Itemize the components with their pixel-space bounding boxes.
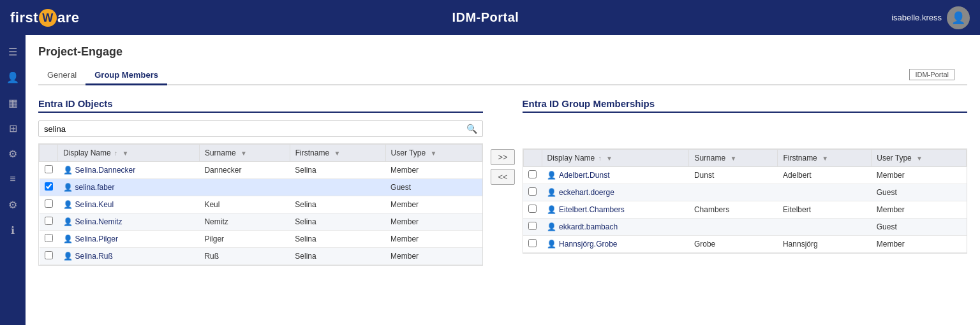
transfer-backward-button[interactable]: << bbox=[491, 169, 514, 185]
row-check-3[interactable] bbox=[45, 217, 53, 225]
user-person-icon-r: 👤 bbox=[547, 240, 556, 249]
panels-container: Entra ID Objects 🔍 Display Name ↑ ▼ Surn… bbox=[38, 98, 967, 266]
sidebar-grid-icon[interactable]: ▦ bbox=[1, 91, 24, 114]
right-row-check-1[interactable] bbox=[528, 187, 537, 196]
right-col-surname: Surname ▼ bbox=[689, 150, 778, 167]
sidebar-info-icon[interactable]: ℹ bbox=[1, 219, 24, 242]
right-row-checkbox[interactable] bbox=[523, 236, 542, 253]
right-row-displayname: 👤eckehart.doerge bbox=[542, 184, 689, 201]
left-table-row[interactable]: 👤Selina.Dannecker Dannecker Selina Membe… bbox=[40, 162, 482, 179]
left-row-firstname: Selina bbox=[290, 213, 385, 231]
right-row-checkbox[interactable] bbox=[523, 219, 542, 236]
right-table-row[interactable]: 👤ekkardt.bambach Guest bbox=[523, 219, 966, 236]
right-col-firstname: Firstname ▼ bbox=[778, 150, 872, 167]
right-row-check-2[interactable] bbox=[528, 205, 537, 213]
row-check-1[interactable] bbox=[45, 182, 53, 191]
right-row-checkbox[interactable] bbox=[523, 184, 542, 201]
left-row-checkbox[interactable] bbox=[40, 248, 58, 265]
left-table-row[interactable]: 👤Selina.Pilger Pilger Selina Member bbox=[40, 231, 482, 248]
sidebar-list-icon[interactable]: ≡ bbox=[1, 168, 24, 191]
right-col-checkbox bbox=[523, 150, 542, 167]
left-row-displayname: 👤Selina.Ruß bbox=[58, 248, 200, 265]
transfer-buttons: >> << bbox=[483, 149, 522, 185]
right-row-check-4[interactable] bbox=[528, 239, 537, 247]
right-table-row[interactable]: 👤eckehart.doerge Guest bbox=[523, 184, 966, 201]
left-row-usertype: Member bbox=[385, 213, 482, 231]
left-table-row[interactable]: 👤Selina.Ruß Ruß Selina Member bbox=[40, 248, 482, 265]
right-row-firstname: Adelbert bbox=[778, 167, 872, 184]
search-input[interactable] bbox=[44, 124, 466, 134]
user-person-icon-r: 👤 bbox=[547, 188, 556, 197]
left-row-surname bbox=[199, 179, 290, 196]
left-table-row[interactable]: 👤selina.faber Guest bbox=[40, 179, 482, 196]
right-table-row[interactable]: 👤Adelbert.Dunst Dunst Adelbert Member bbox=[523, 167, 966, 184]
sidebar-apps-icon[interactable]: ⊞ bbox=[1, 117, 24, 140]
right-col-usertype: User Type ▼ bbox=[872, 150, 967, 167]
user-person-icon: 👤 bbox=[63, 200, 73, 209]
left-row-displayname: 👤Selina.Nemitz bbox=[58, 213, 200, 231]
right-row-firstname: Eitelbert bbox=[778, 201, 872, 219]
right-panel: Entra ID Group Memberships Display Name … bbox=[523, 98, 967, 254]
left-table-row[interactable]: 👤Selina.Keul Keul Selina Member bbox=[40, 196, 482, 213]
left-row-firstname: Selina bbox=[290, 248, 385, 265]
tab-badge: IDM-Portal bbox=[909, 69, 954, 80]
row-check-0[interactable] bbox=[45, 165, 53, 173]
left-table-row[interactable]: 👤Selina.Nemitz Nemitz Selina Member bbox=[40, 213, 482, 231]
right-row-check-3[interactable] bbox=[528, 222, 537, 230]
left-col-usertype: User Type ▼ bbox=[385, 145, 482, 162]
left-col-checkbox bbox=[40, 145, 58, 162]
left-row-checkbox[interactable] bbox=[40, 196, 58, 213]
sidebar-menu-icon[interactable]: ☰ bbox=[1, 40, 24, 63]
app-header: firstWare IDM-Portal isabelle.kress 👤 bbox=[0, 0, 980, 35]
sidebar-user-icon[interactable]: 👤 bbox=[1, 66, 24, 89]
user-person-icon: 👤 bbox=[63, 166, 73, 175]
left-row-firstname: Selina bbox=[290, 196, 385, 213]
tab-general[interactable]: General bbox=[38, 66, 85, 85]
left-row-checkbox[interactable] bbox=[40, 213, 58, 231]
right-table-row[interactable]: 👤Eitelbert.Chambers Chambers Eitelbert M… bbox=[523, 201, 966, 219]
sidebar: ☰ 👤 ▦ ⊞ ⚙ ≡ ⚙ ℹ bbox=[0, 35, 26, 325]
logo-are-text: are bbox=[57, 10, 80, 26]
left-panel-heading: Entra ID Objects bbox=[38, 98, 483, 113]
search-icon: 🔍 bbox=[466, 124, 477, 134]
left-row-usertype: Member bbox=[385, 231, 482, 248]
left-row-firstname: Selina bbox=[290, 162, 385, 179]
row-check-2[interactable] bbox=[45, 199, 53, 208]
sidebar-cog-icon[interactable]: ⚙ bbox=[1, 142, 24, 165]
left-row-checkbox[interactable] bbox=[40, 231, 58, 248]
right-row-usertype: Member bbox=[872, 167, 967, 184]
right-row-surname: Dunst bbox=[689, 167, 778, 184]
right-row-displayname: 👤Eitelbert.Chambers bbox=[542, 201, 689, 219]
left-row-checkbox[interactable] bbox=[40, 179, 58, 196]
right-row-check-0[interactable] bbox=[528, 170, 537, 178]
left-row-usertype: Member bbox=[385, 248, 482, 265]
username-label: isabelle.kress bbox=[891, 13, 942, 22]
right-row-checkbox[interactable] bbox=[523, 201, 542, 219]
user-person-icon-r: 👤 bbox=[547, 171, 556, 180]
app-title: IDM-Portal bbox=[452, 10, 519, 25]
right-row-firstname bbox=[778, 184, 872, 201]
right-table-row[interactable]: 👤Hannsjörg.Grobe Grobe Hannsjörg Member bbox=[523, 236, 966, 253]
right-row-checkbox[interactable] bbox=[523, 167, 542, 184]
left-row-checkbox[interactable] bbox=[40, 162, 58, 179]
left-row-surname: Nemitz bbox=[199, 213, 290, 231]
left-col-displayname: Display Name ↑ ▼ bbox=[58, 145, 200, 162]
logo-first-text: first bbox=[10, 10, 38, 26]
right-row-surname: Grobe bbox=[689, 236, 778, 253]
row-check-4[interactable] bbox=[45, 234, 53, 242]
search-box[interactable]: 🔍 bbox=[38, 120, 483, 137]
row-check-5[interactable] bbox=[45, 251, 53, 259]
left-row-surname: Dannecker bbox=[199, 162, 290, 179]
right-row-surname: Chambers bbox=[689, 201, 778, 219]
sidebar-gear-icon[interactable]: ⚙ bbox=[1, 193, 24, 216]
transfer-forward-button[interactable]: >> bbox=[491, 149, 514, 165]
right-row-firstname bbox=[778, 219, 872, 236]
left-row-displayname: 👤selina.faber bbox=[58, 179, 200, 196]
left-row-usertype: Guest bbox=[385, 179, 482, 196]
logo: firstWare bbox=[10, 9, 80, 27]
user-person-icon: 👤 bbox=[63, 252, 73, 261]
left-row-displayname: 👤Selina.Keul bbox=[58, 196, 200, 213]
tab-group-members[interactable]: Group Members bbox=[85, 66, 167, 85]
avatar: 👤 bbox=[947, 6, 970, 29]
left-row-usertype: Member bbox=[385, 162, 482, 179]
